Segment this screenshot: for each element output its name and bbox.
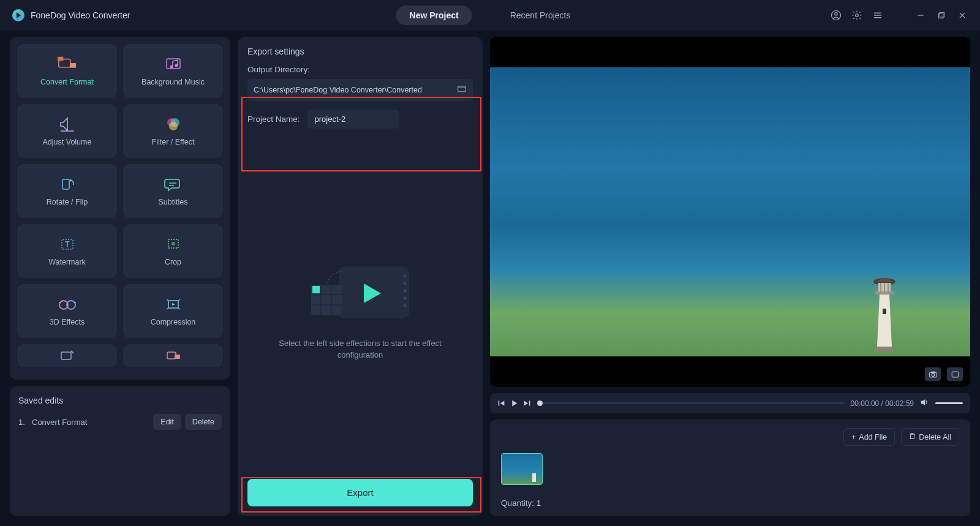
- delete-all-button[interactable]: Delete All: [901, 428, 959, 446]
- lighthouse-graphic: [866, 272, 903, 351]
- tool-adjust-volume[interactable]: Adjust Volume: [17, 104, 117, 158]
- tool-extra-2[interactable]: [123, 344, 223, 367]
- tool-label: Rotate / Flip: [47, 198, 88, 206]
- svg-marker-67: [512, 400, 517, 407]
- menu-icon[interactable]: [872, 10, 883, 21]
- svg-rect-36: [167, 352, 176, 359]
- tool-convert-format[interactable]: Convert Format: [17, 44, 117, 98]
- svg-marker-68: [524, 400, 529, 405]
- crop-icon: [164, 236, 183, 253]
- tool-filter-effect[interactable]: Filter / Effect: [123, 104, 223, 158]
- tool-label: Subtitles: [159, 198, 188, 206]
- svg-point-62: [932, 374, 935, 377]
- svg-point-43: [404, 296, 407, 299]
- svg-rect-69: [529, 400, 530, 405]
- tab-recent-projects[interactable]: Recent Projects: [497, 6, 584, 25]
- svg-rect-38: [458, 86, 466, 92]
- svg-point-40: [404, 274, 407, 277]
- settings-icon[interactable]: [851, 10, 862, 21]
- svg-point-28: [172, 242, 175, 246]
- svg-rect-13: [58, 57, 63, 61]
- tool-background-music[interactable]: Background Music: [123, 44, 223, 98]
- svg-point-42: [404, 289, 407, 292]
- close-icon[interactable]: [957, 10, 968, 21]
- 3d-icon: [58, 296, 77, 313]
- placeholder-graphic-icon: [305, 259, 415, 326]
- svg-point-2: [856, 14, 859, 17]
- edit-button[interactable]: Edit: [153, 414, 181, 430]
- left-column: Convert Format Background Music Adjust V…: [10, 37, 230, 516]
- folder-browse-icon[interactable]: [457, 85, 467, 96]
- volume-icon: [58, 116, 77, 133]
- add-file-button[interactable]: +Add File: [843, 428, 895, 446]
- main-layout: Convert Format Background Music Adjust V…: [0, 31, 980, 526]
- gif-icon: [164, 349, 183, 363]
- svg-marker-66: [500, 400, 505, 405]
- tool-label: Adjust Volume: [43, 138, 92, 146]
- tool-extra-1[interactable]: [17, 344, 117, 367]
- svg-rect-57: [875, 291, 894, 295]
- effect-placeholder: Select the left side effections to start…: [247, 141, 473, 479]
- previous-icon[interactable]: [497, 399, 505, 407]
- file-thumbnail[interactable]: [501, 453, 543, 485]
- svg-rect-71: [911, 434, 914, 439]
- watermark-icon: T: [58, 236, 77, 253]
- tool-watermark[interactable]: T Watermark: [17, 224, 117, 278]
- svg-point-41: [404, 282, 407, 285]
- tab-new-project[interactable]: New Project: [396, 6, 472, 25]
- project-name-label: Project Name:: [247, 115, 300, 124]
- svg-rect-60: [875, 347, 894, 351]
- project-name-row: Project Name:: [247, 110, 473, 129]
- saved-edits-title: Saved edits: [18, 396, 222, 405]
- thumbnail-content: [532, 473, 536, 482]
- svg-text:T: T: [65, 240, 70, 249]
- volume-slider[interactable]: [935, 402, 963, 404]
- tool-rotate-flip[interactable]: Rotate / Flip: [17, 164, 117, 218]
- progress-bar[interactable]: [537, 402, 845, 404]
- saved-edit-row: 1. Convert Format Edit Delete: [18, 414, 222, 430]
- screenshot-icon[interactable]: [925, 367, 941, 381]
- tool-label: Background Music: [141, 78, 205, 86]
- quantity-display: Quantity: 1: [501, 498, 959, 508]
- tool-crop[interactable]: Crop: [123, 224, 223, 278]
- export-settings-panel: Export settings Output Directory: C:\Use…: [238, 37, 483, 516]
- play-icon[interactable]: [510, 399, 518, 407]
- subtitles-icon: [164, 176, 183, 193]
- tools-panel: Convert Format Background Music Adjust V…: [10, 37, 230, 380]
- output-directory-field[interactable]: C:\Users\pc\FoneDog Video Converter\Conv…: [247, 79, 473, 101]
- minimize-icon[interactable]: [915, 10, 926, 21]
- playback-controls: [497, 399, 531, 407]
- svg-rect-21: [62, 179, 69, 189]
- maximize-icon[interactable]: [936, 10, 947, 21]
- svg-rect-12: [70, 63, 75, 68]
- enhance-icon: [58, 349, 77, 363]
- svg-rect-51: [312, 286, 320, 293]
- fullscreen-icon[interactable]: [947, 367, 963, 381]
- tool-label: Crop: [165, 258, 181, 266]
- progress-handle[interactable]: [537, 400, 543, 406]
- tool-subtitles[interactable]: Subtitles: [123, 164, 223, 218]
- volume-icon[interactable]: [920, 398, 929, 408]
- tool-label: Compression: [151, 318, 196, 326]
- next-icon[interactable]: [523, 399, 531, 407]
- account-icon[interactable]: [831, 10, 842, 21]
- tool-compression[interactable]: Compression: [123, 284, 223, 338]
- saved-edits-panel: Saved edits 1. Convert Format Edit Delet…: [10, 386, 230, 516]
- svg-point-44: [404, 304, 407, 307]
- export-button[interactable]: Export: [247, 479, 473, 506]
- files-panel: +Add File Delete All Quantity: 1: [490, 419, 970, 516]
- svg-rect-7: [940, 12, 944, 17]
- delete-button[interactable]: Delete: [185, 414, 222, 430]
- titlebar-actions: [831, 10, 968, 21]
- preview-frame: [490, 67, 970, 356]
- svg-point-20: [169, 122, 178, 130]
- tool-3d-effects[interactable]: 3D Effects: [17, 284, 117, 338]
- saved-edit-index: 1.: [18, 418, 32, 427]
- time-display: 00:00:00 / 00:02:59: [851, 399, 914, 408]
- tool-label: Watermark: [48, 258, 86, 266]
- trash-icon: [909, 432, 916, 441]
- svg-rect-8: [938, 13, 943, 18]
- project-name-input[interactable]: [307, 110, 399, 129]
- svg-point-1: [835, 13, 838, 16]
- app-title: FoneDog Video Converter: [31, 10, 130, 20]
